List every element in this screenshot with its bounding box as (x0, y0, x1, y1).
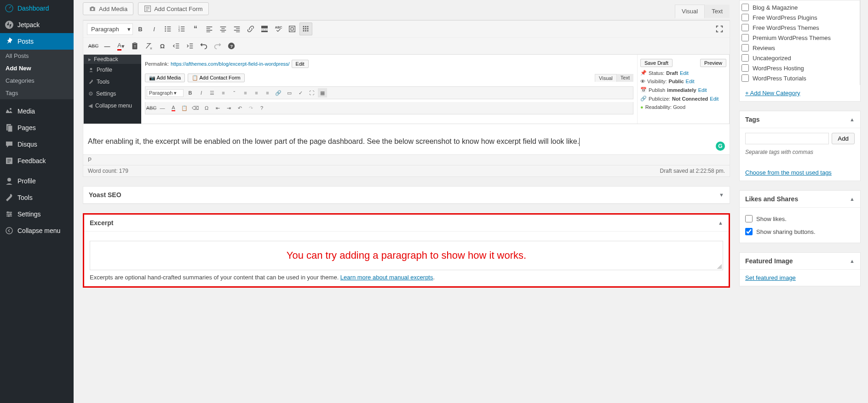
likes-panel: Likes and Shares ▲ Show likes. Show shar… (739, 190, 861, 243)
tags-input[interactable] (745, 133, 829, 144)
sidebar-sub-tags[interactable]: Tags (0, 87, 74, 99)
sidebar-item-jetpack[interactable]: Jetpack (0, 17, 74, 33)
category-checkbox[interactable] (742, 44, 749, 51)
special-char-button[interactable]: Ω (156, 40, 169, 52)
excerpt-panel-header[interactable]: Excerpt ▲ (84, 215, 729, 232)
sidebar-item-media[interactable]: Media (0, 103, 74, 119)
toolbar-toggle-button[interactable] (299, 23, 312, 35)
category-checkbox[interactable] (742, 14, 749, 21)
chevron-up-icon: ▲ (718, 220, 723, 226)
category-item[interactable]: WordPress Tutorials (742, 73, 858, 83)
featured-image-title: Featured Image (745, 257, 793, 265)
category-list[interactable]: Blog & Magazine Free WordPress Plugins F… (740, 0, 860, 85)
bold-button[interactable]: B (134, 23, 147, 35)
strikethrough-button[interactable]: ABC (87, 40, 100, 52)
yoast-panel-header[interactable]: Yoast SEO ▼ (83, 187, 730, 204)
svg-text:3: 3 (178, 29, 180, 32)
link-button[interactable] (244, 23, 257, 35)
sidebar-sub-all-posts[interactable]: All Posts (0, 50, 74, 62)
editor-toolbar-row2: ABC — A ▾ T Ω ? (83, 37, 730, 54)
tags-hint: Separate tags with commas (745, 149, 855, 155)
align-center-button[interactable] (217, 23, 230, 35)
horizontal-rule-button[interactable]: — (101, 40, 114, 52)
bullet-list-button[interactable] (161, 23, 174, 35)
category-item[interactable]: Blog & Magazine (742, 2, 858, 12)
category-checkbox[interactable] (742, 4, 749, 11)
admin-sidebar: Dashboard Jetpack Posts All Posts Add Ne… (0, 0, 74, 403)
svg-rect-20 (262, 31, 268, 32)
sidebar-item-feedback[interactable]: Feedback (0, 153, 74, 169)
feedback-icon (5, 156, 14, 165)
category-item[interactable]: Uncategorized (742, 53, 858, 63)
set-featured-image-link[interactable]: Set featured image (745, 274, 796, 281)
sidebar-item-tools[interactable]: Tools (0, 189, 74, 206)
italic-button[interactable]: I (148, 23, 161, 35)
svg-rect-29 (307, 28, 309, 29)
blockquote-button[interactable]: “ (189, 23, 202, 35)
undo-button[interactable] (197, 40, 210, 52)
category-checkbox[interactable] (742, 74, 749, 82)
help-button[interactable]: ? (225, 40, 238, 52)
svg-point-14 (165, 28, 166, 30)
show-likes-checkbox[interactable] (745, 215, 753, 222)
category-checkbox[interactable] (742, 54, 749, 62)
numbered-list-button[interactable]: 123 (175, 23, 188, 35)
paragraph-select[interactable]: Paragraph ▾ (87, 23, 133, 35)
outdent-button[interactable] (170, 40, 183, 52)
svg-point-10 (6, 227, 12, 234)
editor-content-area[interactable]: ▸Feedback Profile Tools ⚙Settings ◀Colla… (83, 54, 730, 154)
excerpt-help: Excerpts are optional hand-crafted summa… (90, 274, 723, 281)
sidebar-item-posts[interactable]: Posts (0, 33, 74, 50)
text-tab[interactable]: Text (705, 5, 730, 18)
category-checkbox[interactable] (742, 24, 749, 31)
sidebar-item-profile[interactable]: Profile (0, 173, 74, 189)
insert-more-button[interactable] (258, 23, 271, 35)
form-icon (144, 5, 151, 12)
svg-text:ABC: ABC (275, 25, 282, 29)
tags-add-button[interactable]: Add (832, 133, 855, 144)
grammarly-icon[interactable]: G (716, 142, 725, 151)
redo-button[interactable] (211, 40, 224, 52)
category-checkbox[interactable] (742, 34, 749, 41)
add-media-button[interactable]: Add Media (83, 2, 133, 15)
show-sharing-checkbox[interactable] (745, 228, 753, 235)
excerpt-textarea[interactable]: You can try adding a paragraph to show h… (90, 241, 723, 270)
excerpt-help-link[interactable]: Learn more about manual excerpts (340, 274, 433, 281)
spellcheck-button[interactable]: ABC (272, 23, 285, 35)
category-item[interactable]: Reviews (742, 43, 858, 53)
text-color-button[interactable]: A ▾ (115, 40, 127, 52)
editor-body-text[interactable]: After enabling it, the excerpt will be e… (83, 129, 730, 154)
paste-text-button[interactable]: T (128, 40, 141, 52)
jetpack-icon (5, 20, 14, 29)
sidebar-item-disqus[interactable]: Disqus (0, 136, 74, 153)
tags-panel-header[interactable]: Tags ▲ (740, 111, 860, 128)
align-left-button[interactable] (203, 23, 216, 35)
sidebar-sub-add-new[interactable]: Add New (0, 62, 74, 74)
align-right-button[interactable] (230, 23, 243, 35)
svg-rect-24 (303, 26, 305, 28)
category-item[interactable]: WordPress Hosting (742, 63, 858, 73)
fullscreen-button[interactable] (713, 23, 726, 35)
category-item[interactable]: Free WordPress Plugins (742, 12, 858, 23)
sidebar-item-pages[interactable]: Pages (0, 119, 74, 136)
likes-panel-header[interactable]: Likes and Shares ▲ (740, 191, 860, 208)
add-contact-form-button[interactable]: Add Contact Form (138, 2, 209, 15)
visual-tab[interactable]: Visual (675, 5, 705, 18)
svg-point-15 (165, 30, 166, 32)
category-checkbox[interactable] (742, 64, 749, 72)
sidebar-item-settings[interactable]: Settings (0, 206, 74, 222)
featured-image-header[interactable]: Featured Image ▲ (740, 253, 860, 270)
svg-point-38 (90, 68, 92, 70)
category-item[interactable]: Premium WordPress Themes (742, 33, 858, 43)
most-used-tags-link[interactable]: Choose from the most used tags (745, 169, 832, 176)
indent-button[interactable] (184, 40, 196, 52)
sidebar-label: Settings (17, 210, 41, 218)
comment-icon (5, 140, 14, 149)
add-new-category-link[interactable]: + Add New Category (745, 90, 800, 96)
distraction-free-button[interactable] (286, 23, 299, 35)
sidebar-item-dashboard[interactable]: Dashboard (0, 0, 74, 17)
category-item[interactable]: Free WordPress Themes (742, 23, 858, 33)
clear-formatting-button[interactable] (142, 40, 155, 52)
sidebar-sub-categories[interactable]: Categories (0, 74, 74, 87)
sidebar-item-collapse[interactable]: Collapse menu (0, 222, 74, 239)
